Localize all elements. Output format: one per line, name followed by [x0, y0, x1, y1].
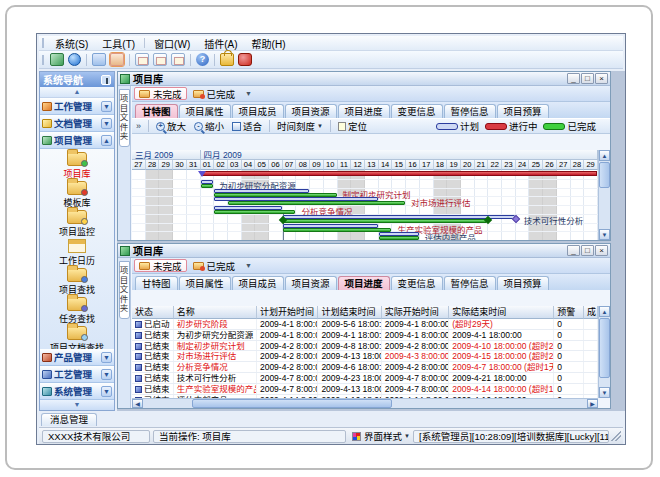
sidebar-item-项目监控[interactable]: 项目监控: [41, 209, 113, 238]
column-header-实际开始时间[interactable]: 实际开始时间: [382, 306, 449, 319]
tab-项目属性[interactable]: 项目属性: [179, 104, 231, 118]
pin-icon[interactable]: [101, 75, 111, 85]
table-row[interactable]: 已结束制定初步研究计划2009-4-2 8:00:002009-4-8 18:0…: [132, 341, 598, 352]
table-row[interactable]: 已启动初步研究阶段2009-4-1 8:00:002009-5-6 18:00:…: [132, 319, 598, 330]
column-header-实际结束时间[interactable]: 实际结束时间: [449, 306, 554, 319]
locate-button[interactable]: 定位: [334, 119, 371, 133]
tab-项目预算[interactable]: 项目预算: [497, 276, 549, 290]
column-header-成[interactable]: 成: [584, 306, 598, 319]
scrollbar-thumb[interactable]: [599, 318, 610, 378]
scroll-up-button[interactable]: ▲: [599, 306, 610, 317]
table-row[interactable]: 已结束对市场进行评估2009-4-2 8:00:002009-4-13 18:0…: [132, 351, 598, 362]
zoom-in-button[interactable]: +放大: [152, 119, 190, 133]
sidebar-group-产品管理[interactable]: 产品管理▼: [40, 349, 114, 366]
gantt-actual-bar[interactable]: [283, 228, 392, 232]
column-header-计划开始时间[interactable]: 计划开始时间: [257, 306, 318, 319]
sidebar-item-任务查找[interactable]: 任务查找: [41, 296, 113, 325]
table-vertical-scrollbar[interactable]: ▲ ▼: [598, 306, 610, 398]
sidebar-scroll-down-button[interactable]: ▼: [40, 400, 114, 410]
lock-icon[interactable]: [220, 53, 234, 66]
tab-项目进度[interactable]: 项目进度: [338, 276, 390, 290]
sidebar-item-模板库[interactable]: 模板库: [41, 180, 113, 209]
table-row[interactable]: 已结束分析竞争情况2009-4-2 8:00:002009-4-6 18:00:…: [132, 362, 598, 373]
interface-style-dropdown[interactable]: 界面样式 ▼: [352, 429, 410, 443]
mail-read-icon[interactable]: [171, 53, 185, 66]
project-folder-side-tab[interactable]: 项目文件夹: [119, 261, 130, 319]
window-titlebar[interactable]: 项目库 _ □ ×: [118, 72, 610, 86]
tab-项目成员[interactable]: 项目成员: [232, 104, 284, 118]
gantt-summary-bar[interactable]: [201, 171, 597, 176]
gantt-actual-bar[interactable]: [379, 236, 419, 240]
time-scale-dropdown[interactable]: 时间刻度▼: [273, 119, 327, 133]
menu-item-2[interactable]: 工具(T): [95, 35, 142, 52]
column-header-名称[interactable]: 名称: [174, 306, 257, 319]
tab-项目进度[interactable]: 项目进度: [338, 104, 390, 118]
tab-项目资源[interactable]: 项目资源: [285, 104, 337, 118]
scrollbar-thumb[interactable]: [599, 162, 610, 188]
gantt-actual-bar[interactable]: [214, 210, 295, 214]
close-button[interactable]: ×: [595, 73, 608, 84]
menu-item-1[interactable]: 系统(S): [48, 35, 95, 52]
scrollbar-thumb[interactable]: [192, 399, 392, 408]
chevron-down-icon[interactable]: ▼: [101, 369, 112, 380]
folder-open-icon[interactable]: [110, 53, 124, 66]
tab-暂停信息[interactable]: 暂停信息: [444, 104, 496, 118]
app-window-icon[interactable]: [50, 53, 64, 66]
sidebar-group-工作管理[interactable]: 工作管理▼: [40, 98, 114, 115]
tab-暂停信息[interactable]: 暂停信息: [444, 276, 496, 290]
sidebar-group-项目管理[interactable]: 项目管理▲: [40, 132, 114, 149]
chevron-down-icon[interactable]: ▼: [101, 352, 112, 363]
chevron-up-icon[interactable]: ▲: [101, 135, 112, 146]
sidebar-group-文档管理[interactable]: 文档管理▼: [40, 115, 114, 132]
globe-icon[interactable]: [68, 53, 81, 66]
folder-tab-已完成[interactable]: 已完成: [189, 87, 240, 100]
scroll-left-button[interactable]: ◀: [132, 399, 143, 408]
tab-甘特图[interactable]: 甘特图: [135, 276, 178, 290]
menu-item-5[interactable]: 帮助(H): [245, 35, 293, 52]
tab-项目资源[interactable]: 项目资源: [285, 276, 337, 290]
project-folder-side-tab[interactable]: 项目文件夹: [119, 89, 130, 147]
table-horizontal-scrollbar[interactable]: ◀ ▶: [132, 398, 598, 408]
folder-tabs-more-button[interactable]: ▼: [245, 90, 252, 97]
tab-变更信息[interactable]: 变更信息: [391, 276, 443, 290]
help-icon[interactable]: ?: [196, 53, 209, 66]
gantt-plan-bar[interactable]: [283, 224, 378, 228]
maximize-button[interactable]: □: [581, 73, 594, 84]
tab-项目预算[interactable]: 项目预算: [497, 104, 549, 118]
maximize-button[interactable]: □: [581, 245, 594, 256]
folder-tab-已完成[interactable]: 已完成: [189, 259, 240, 272]
column-header-状态[interactable]: 状态: [132, 306, 174, 319]
gantt-vertical-scrollbar[interactable]: ▲ ▼: [598, 150, 610, 240]
menu-item-3[interactable]: 窗口(W): [147, 35, 197, 52]
tab-项目成员[interactable]: 项目成员: [232, 276, 284, 290]
gantt-actual-bar[interactable]: [214, 193, 336, 197]
overflow-chevron-button[interactable]: »: [132, 121, 145, 131]
minimize-button[interactable]: _: [567, 245, 580, 256]
zoom-out-button[interactable]: -缩小: [190, 119, 228, 133]
fit-button[interactable]: 适合: [228, 119, 266, 133]
window-titlebar[interactable]: 项目库 _ □ ×: [118, 244, 610, 258]
table-row[interactable]: 已结束技术可行性分析2009-4-7 8:00:002009-4-23 18:0…: [132, 373, 598, 384]
sidebar-item-项目文档查找[interactable]: 项目文档查找: [41, 325, 113, 349]
folder-tab-未完成[interactable]: 未完成: [134, 259, 187, 272]
chevron-down-icon[interactable]: ▼: [101, 118, 112, 129]
sidebar-group-工艺管理[interactable]: 工艺管理▼: [40, 366, 114, 383]
scroll-down-button[interactable]: ▼: [599, 387, 610, 398]
sidebar-group-系统管理[interactable]: 系统管理▼: [40, 383, 114, 400]
exit-icon[interactable]: [238, 53, 252, 66]
table-row[interactable]: 已结束生产实验室规模的产品2009-4-7 8:00:002009-4-13 1…: [132, 384, 598, 395]
scroll-down-button[interactable]: ▼: [599, 229, 610, 240]
folder-closed-icon[interactable]: [92, 53, 106, 66]
sidebar-item-项目库[interactable]: 项目库: [41, 151, 113, 180]
tab-甘特图[interactable]: 甘特图: [135, 104, 178, 118]
close-button[interactable]: ×: [595, 245, 608, 256]
sidebar-collapse-button[interactable]: ▲: [40, 87, 114, 98]
resize-grip[interactable]: [611, 431, 621, 441]
chevron-down-icon[interactable]: ▼: [101, 386, 112, 397]
menu-item-4[interactable]: 插件(A): [197, 35, 244, 52]
minimize-button[interactable]: _: [567, 73, 580, 84]
column-header-预警[interactable]: 预警: [554, 306, 584, 319]
tab-项目属性[interactable]: 项目属性: [179, 276, 231, 290]
sidebar-item-工作日历[interactable]: 工作日历: [41, 238, 113, 267]
scroll-up-button[interactable]: ▲: [599, 150, 610, 161]
